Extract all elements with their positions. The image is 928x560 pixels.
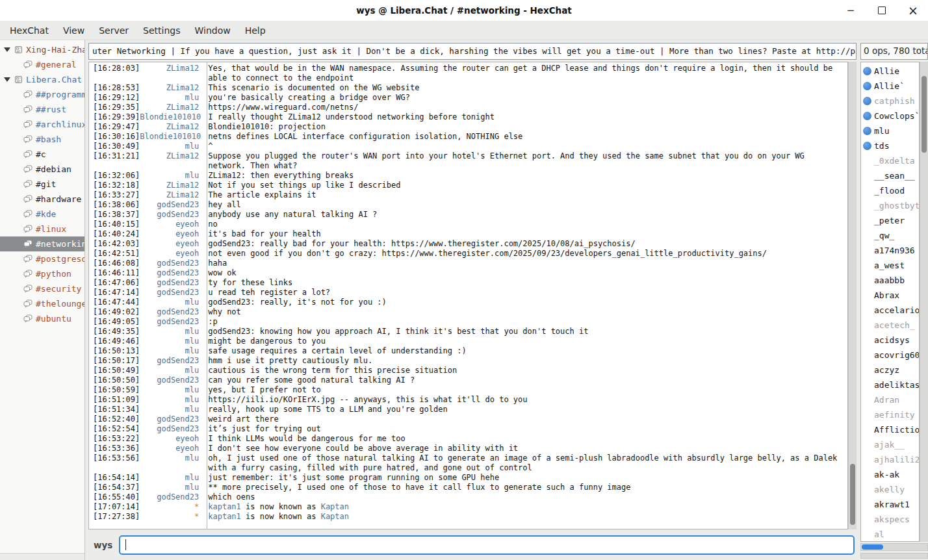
user-list-item[interactable]: _ghostbyte [861, 198, 919, 213]
user-list-item[interactable]: Abrax [861, 288, 919, 303]
tree-channel--networking[interactable]: #networking [0, 236, 84, 251]
chat-scrollbar[interactable] [848, 62, 857, 529]
tree-channel--general[interactable]: #general [0, 57, 84, 72]
user-list-item[interactable]: akspecs [861, 512, 919, 527]
tree-channel--git[interactable]: #git [0, 177, 84, 192]
chat-message-row: [16:50:49]mlucautious is the wrong term … [89, 366, 847, 375]
chat-message-row: [16:53:22]eyeohI think LLMs would be dan… [89, 434, 847, 444]
user-list-item[interactable]: aefinity [861, 407, 919, 422]
tree-channel--debian[interactable]: #debian [0, 162, 84, 177]
user-list-item[interactable]: akelly [861, 482, 919, 497]
user-nick: Allie` [874, 81, 905, 91]
message-text: anybody use any natural talking AI ? [203, 210, 847, 220]
tree-channel--python[interactable]: #python [0, 266, 84, 281]
topic-input[interactable]: uter Networking | If you have a question… [88, 43, 857, 60]
menu-settings[interactable]: Settings [136, 21, 187, 40]
channel-icon [23, 60, 32, 69]
expander-icon[interactable] [4, 77, 10, 82]
user-list-item[interactable]: aaabbb [861, 273, 919, 288]
message-nick: mlu [140, 337, 203, 346]
user-list-scrollbar-thumb[interactable] [922, 76, 927, 153]
chat-message-row: [16:52:40]godSend23weird art there [89, 414, 847, 424]
tree-channel--archlinux[interactable]: #archlinux [0, 117, 84, 132]
user-list-item[interactable]: a_west [861, 258, 919, 273]
tree-channel--hardware[interactable]: #hardware [0, 192, 84, 207]
maximize-icon[interactable] [873, 2, 890, 19]
message-text: https://www.wireguard.com/netns/ [203, 103, 847, 112]
user-list-item[interactable]: acovrig60 [861, 348, 919, 363]
event-text: kaptan1 is now known as Kaptan [203, 502, 847, 512]
chat-scrollbar-thumb[interactable] [850, 464, 855, 525]
channel-icon [23, 314, 32, 323]
tree-channel--ubuntu[interactable]: #ubuntu [0, 311, 84, 326]
tree-channel--c[interactable]: #c [0, 147, 84, 162]
user-list-item[interactable]: al [861, 527, 919, 542]
user-nick: _ghostbyte [874, 201, 919, 210]
menu-hexchat[interactable]: HexChat [3, 21, 56, 40]
user-list-item[interactable]: _peter [861, 213, 919, 228]
menu-help[interactable]: Help [238, 21, 273, 40]
message-timestamp: [16:30:16] [89, 132, 140, 142]
tree-item-label: #python [36, 269, 71, 279]
user-list-item[interactable]: acidsys [861, 333, 919, 348]
user-list-item[interactable]: aczyz [861, 363, 919, 377]
user-list-item[interactable]: _0xdelta [861, 153, 919, 168]
user-list-item[interactable]: catphish [861, 94, 919, 108]
menu-window[interactable]: Window [187, 21, 237, 40]
user-list-item[interactable]: mlu [861, 123, 919, 138]
user-list-scrollbar[interactable] [920, 62, 928, 542]
user-list-item[interactable]: _qw_ [861, 228, 919, 243]
user-nick: al [874, 529, 884, 539]
tree-server-xing-hai-zhang[interactable]: Xing-Hai-Zhang [0, 42, 84, 57]
menu-view[interactable]: View [56, 21, 92, 40]
user-list-item[interactable]: Affliction [861, 422, 919, 437]
expander-icon[interactable] [4, 47, 10, 52]
message-link[interactable]: https://www.theregister.com/2025/10/08/a… [391, 239, 636, 248]
message-text: I really thought ZLima12 understood netw… [203, 112, 847, 122]
channel-icon [23, 195, 32, 203]
tree-channel--rust[interactable]: ##rust [0, 102, 84, 117]
user-list-item[interactable]: Cowclops` [861, 108, 919, 123]
tree-channel--thelounge[interactable]: #thelounge [0, 296, 84, 311]
user-list-item[interactable]: _flood [861, 183, 919, 198]
user-list-item[interactable]: a174n936 [861, 243, 919, 258]
user-list-item[interactable]: ajhalili2 [861, 452, 919, 467]
message-text: not even good if you don't go crazy: htt… [203, 249, 847, 259]
chat-message-row: [16:55:40]godSend23which oens [89, 492, 847, 502]
user-list-item[interactable]: tds [861, 138, 919, 153]
message-input[interactable] [119, 535, 855, 555]
event-text: kaptan1 is now known as Kaptan [203, 512, 847, 522]
user-nick: _peter [874, 216, 905, 225]
close-icon[interactable]: × [905, 2, 922, 19]
tree-channel--postgresql[interactable]: #postgresql [0, 251, 84, 266]
message-text: you're basically creating a bridge over … [203, 93, 847, 103]
chat-message-row: [16:30:49]mlu^ [89, 142, 847, 151]
user-list-hscrollbar-thumb[interactable] [862, 544, 883, 550]
user-nick: Affliction [874, 425, 919, 435]
tree-channel--programming[interactable]: ##programming [0, 87, 84, 102]
tree-channel--bash[interactable]: #bash [0, 132, 84, 147]
tree-channel--kde[interactable]: #kde [0, 207, 84, 222]
tree-channel--security[interactable]: #security [0, 281, 84, 296]
tree-channel--linux[interactable]: #linux [0, 222, 84, 236]
user-list-item[interactable]: Allie` [861, 79, 919, 94]
user-list-item[interactable]: accelario [861, 303, 919, 318]
user-list-item[interactable]: acetech_ [861, 318, 919, 333]
user-list-item[interactable]: __sean__ [861, 168, 919, 183]
message-timestamp: [16:40:15] [89, 220, 140, 229]
user-list-item[interactable]: adeliktas [861, 377, 919, 392]
user-list-item[interactable]: Adran [861, 392, 919, 407]
message-link[interactable]: https://www.theregister.com/2025/09/23/d… [382, 249, 767, 258]
user-list-item[interactable]: ak-ak [861, 467, 919, 482]
user-list-item[interactable]: akrawt1 [861, 497, 919, 512]
tree-item-label: ##programming [36, 90, 84, 99]
tree-server-libera-chat[interactable]: Libera.Chat [0, 72, 84, 87]
message-link[interactable]: https://iili.io/KOrIErX.jpg [208, 395, 335, 404]
user-list-item[interactable]: ajak__ [861, 437, 919, 452]
menu-server[interactable]: Server [92, 21, 136, 40]
message-timestamp: [16:46:08] [89, 259, 140, 268]
user-list-hscrollbar[interactable] [860, 543, 928, 551]
user-list-item[interactable]: Allie [861, 64, 919, 79]
minimize-icon[interactable]: − [842, 2, 859, 19]
message-link[interactable]: https://www.wireguard.com/netns/ [208, 103, 358, 112]
